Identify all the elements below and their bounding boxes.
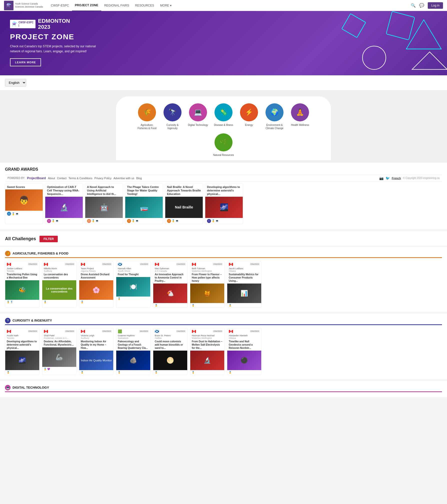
category-natural[interactable]: 🌿 Natural Resources (212, 133, 234, 157)
badge-6c: 💻 (216, 219, 218, 222)
badge-2c: 💻 (56, 219, 58, 222)
grand-card-phage[interactable]: The Phage Takes Centre Stage for Water Q… (125, 183, 163, 224)
curiosity-dot: 🔭 (5, 318, 10, 323)
cur-card-6-footer: 🏅 (190, 370, 224, 375)
agri-location-1: Toronto (7, 270, 38, 272)
badge-5a: S (167, 219, 171, 223)
digital-section: 💻 DIGITAL TECHNOLOGY (0, 381, 447, 397)
category-disease[interactable]: 🦠 Disease & Illness (212, 103, 234, 130)
blog-link[interactable]: Blog (136, 177, 142, 180)
login-button[interactable]: Log in (428, 2, 443, 9)
cur-card-1-header: 🇨🇦 ON#2023 (5, 328, 39, 334)
digital-dot: 💻 (5, 385, 10, 390)
grand-card-braille[interactable]: Nail Braille: A Novel Approach Towards B… (165, 183, 203, 224)
nav-logo[interactable]: ⚗️ Youth Science CanadaSciences Jeunesse… (4, 1, 43, 10)
hero-title: PROJECT ZONE (10, 33, 437, 41)
category-agriculture[interactable]: 🌾 Agriculture, Fisheries & Food (136, 103, 158, 130)
cwsf-logo-icon: ⚗️ (12, 21, 18, 27)
grand-card-car-t[interactable]: Optimization of CAR-T Cell Therapy using… (45, 183, 83, 224)
category-agriculture-circle: 🌾 (138, 103, 156, 121)
privacy-link[interactable]: Privacy Policy (94, 177, 111, 180)
grand-awards-title: GRAND AWARDS (5, 167, 442, 172)
twitter-icon[interactable]: 🐦 (386, 176, 390, 180)
terms-link[interactable]: Terms & Conditions (68, 177, 92, 180)
instagram-icon[interactable]: 📷 (379, 176, 384, 180)
category-digital-circle: 💻 (189, 103, 207, 121)
advertise-link[interactable]: Advertise with us (114, 177, 134, 180)
cur-card-1-body: Arushi Nath Toronto Developing algorithm… (5, 334, 39, 351)
agriculture-title: AGRICULTURE, FISHERIES & FOOD (12, 251, 68, 255)
nav-link-resources[interactable]: RESOURCES (132, 0, 157, 11)
category-curiosity-circle: 🔭 (164, 103, 182, 121)
projectboard-logo[interactable]: ProjectBoard (27, 176, 46, 180)
agri-card-1-img: 🐝 (5, 280, 39, 300)
agri-year-5: CA#2023 (176, 263, 186, 266)
cur-card-6[interactable]: 🇨🇦 ON#2023 Hooman Reza Nezhad Waterloo-W… (190, 328, 224, 375)
powered-bar-right: 📷 🐦 French © Copyright 2023 engineering.… (379, 176, 440, 180)
agri-card-6[interactable]: 🇨🇦 ON#2023 Beth Tubman Waterloo-Wellingt… (190, 261, 224, 308)
category-curiosity-label: Curiosity & Ingenuity (162, 123, 184, 130)
grand-card-footer-1: S 🥇 💻 (5, 211, 43, 217)
agri-card-7[interactable]: 🇨🇦 ON#2023 Jacob LeBlanc Ottawa Sustaina… (227, 261, 262, 308)
cur-year-3: ON#2023 (102, 330, 112, 333)
agri-card-5[interactable]: 🇨🇦 CA#2023 Mac Dykeman 4-H Canada An Inn… (153, 261, 188, 308)
agri-location-2: Sudbury (44, 270, 75, 272)
category-energy[interactable]: ⚡ Energy (238, 103, 260, 130)
language-select[interactable]: English French (5, 79, 26, 87)
contact-link[interactable]: Contact (57, 177, 66, 180)
curiosity-section: 🔭 CURIOSITY & INGENUITY 🇨🇦 ON#2023 Arush… (0, 314, 447, 379)
nav-link-cwsf[interactable]: CWSF-ESPC (48, 0, 72, 11)
cur-card-5[interactable]: 🏴󠁧󠁢󠁳󠁣󠁴󠁿 CA#2023 Bram St. Peters Halifax … (153, 328, 188, 375)
cur-card-7-footer: 🏅 (227, 370, 261, 375)
agri-location-6: Waterloo-Wellington (192, 270, 223, 272)
grand-awards-cards: Sweet Scores 👦 S 🥇 💻 Optimization of CAR… (5, 183, 442, 227)
agri-card-4[interactable]: 🏴󠁧󠁢󠁳󠁣󠁴󠁿 15#2023 Hannah Allen South Shore… (116, 261, 150, 308)
grand-card-title-3: A Novel Approach to Using Artificial Int… (85, 183, 123, 197)
cur-year-7: ON#2023 (250, 330, 260, 333)
hero-description: Check out Canada's top STEM projects, se… (10, 44, 100, 54)
about-link[interactable]: About (48, 177, 55, 180)
agri-card-3-img: 🌸 (79, 280, 113, 300)
category-environment[interactable]: 🌍 Environment & Climate Change (264, 103, 286, 130)
grand-card-sweet-scores[interactable]: Sweet Scores 👦 S 🥇 💻 (5, 183, 43, 224)
cur-card-3[interactable]: 🇨🇦 ON#2023 Victoria Leigh Sudbury Monito… (79, 328, 114, 375)
cwsf-logo-box: ⚗️ CWSF-ESPC| (10, 20, 36, 28)
cur-card-1[interactable]: 🇨🇦 ON#2023 Arushi Nath Toronto Developin… (5, 328, 40, 375)
chat-icon[interactable]: 💬 (419, 3, 424, 8)
agri-card-2[interactable]: 🇨🇦 ON#2023 Mikella Morin Sudbury La cons… (42, 261, 76, 308)
all-challenges-section: All Challenges FILTER (0, 231, 447, 246)
cur-title-6: From Dust to Habitation – Molten Salt El… (192, 340, 223, 350)
grand-card-asteroid[interactable]: Developing algorithms to determine aster… (205, 183, 243, 224)
agri-title-4: Food for Thought (118, 273, 149, 276)
category-curiosity[interactable]: 🔭 Curiosity & Ingenuity (162, 103, 184, 130)
nav-right: 🔍 💬 Log in (411, 2, 443, 9)
agri-card-4-footer: 🥇 (116, 297, 150, 301)
agri-card-1-body: Jordan LeBlanc Toronto Transferring Poll… (5, 267, 39, 280)
cur-title-3: Monitoring Indoor Air Quality in my Home… (81, 340, 112, 350)
agri-card-1[interactable]: 🇨🇦 ON#2023 Jordan LeBlanc Toronto Transf… (5, 261, 40, 308)
category-digital[interactable]: 💻 Digital Technology (187, 103, 209, 130)
nav-link-project-zone[interactable]: PROJECT ZONE (72, 0, 101, 11)
cur-flag-5: 🏴󠁧󠁢󠁳󠁣󠁴󠁿 (155, 329, 159, 333)
cur-card-4[interactable]: 🟩 SK#2023 Graeme Hopkins Saskatoon Paleo… (116, 328, 150, 375)
category-health[interactable]: 🧘 Health Wellness (289, 103, 311, 130)
learn-more-button[interactable]: LEARN MORE (10, 58, 41, 66)
search-icon[interactable]: 🔍 (411, 3, 416, 8)
badge-2b: 🥇 (52, 219, 55, 222)
agri-card-5-footer: 🏅 (153, 303, 187, 308)
cur-card-7[interactable]: 🇨🇦 ON#2023 Alexander Abesteh Ottawa Time… (227, 328, 262, 375)
powered-bar: POWERED BY: ProjectBoard About Contact T… (5, 175, 442, 182)
cur-card-6-body: Hooman Reza Nezhad Waterloo-Wellington F… (190, 334, 224, 351)
nav-link-regional-fairs[interactable]: REGIONAL FAIRS (101, 0, 132, 11)
agri-card-7-body: Jacob LeBlanc Ottawa Sustainability Metr… (227, 267, 261, 284)
grand-card-ai[interactable]: A Novel Approach to Using Artificial Int… (85, 183, 123, 224)
filter-button[interactable]: FILTER (40, 236, 58, 242)
agri-card-4-header: 🏴󠁧󠁢󠁳󠁣󠁴󠁿 15#2023 (116, 261, 150, 267)
french-language-link[interactable]: French (392, 177, 401, 180)
nav-link-more[interactable]: MORE ▾ (157, 0, 174, 11)
cur-title-5: Could moon colonists add human biosolids… (155, 340, 186, 350)
cur-card-2[interactable]: 🇨🇦 ON#2023 Shail Patel Frontenac, Lennox… (42, 328, 76, 375)
agri-card-3[interactable]: 🇨🇦 ON#2023 Team Project Algoma Rotary Dr… (79, 261, 114, 308)
grand-card-title-1: Sweet Scores (5, 183, 43, 189)
cur-title-7: Timelike and Null Geodesics around a Rei… (229, 340, 260, 350)
